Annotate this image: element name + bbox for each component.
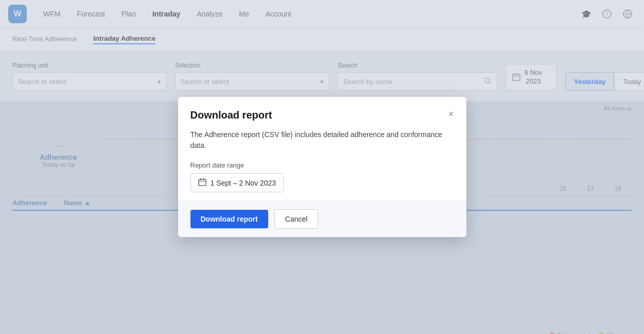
modal-close-button[interactable]: × [448,109,454,119]
date-range-calendar-icon [198,178,206,188]
svg-rect-10 [199,179,206,186]
date-range-button[interactable]: 1 Sept – 2 Nov 2023 [190,173,284,192]
date-range-value: 1 Sept – 2 Nov 2023 [211,179,276,187]
date-range-label: Report date range [190,161,454,169]
modal-header: Download report × [178,97,466,129]
modal-title: Download report [190,109,272,121]
download-report-button[interactable]: Download report [190,210,268,228]
modal-body: The Adherence report (CSV file) includes… [178,129,466,201]
download-report-modal: Download report × The Adherence report (… [178,97,466,237]
cancel-button[interactable]: Cancel [274,209,319,229]
modal-description: The Adherence report (CSV file) includes… [190,129,454,151]
modal-footer: Download report Cancel [178,201,466,237]
modal-overlay: Download report × The Adherence report (… [0,0,644,334]
